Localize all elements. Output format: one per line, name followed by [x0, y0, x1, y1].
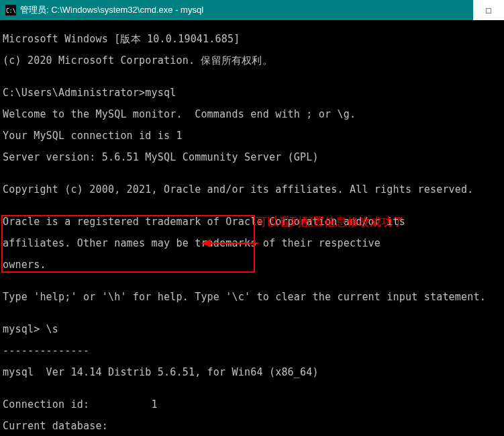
output-line: (c) 2020 Microsoft Corporation. 保留所有权利。	[3, 55, 501, 66]
output-line: Copyright (c) 2000, 2021, Oracle and/or …	[3, 184, 501, 195]
output-line: owners.	[3, 259, 501, 270]
svg-text:C:\: C:\	[6, 8, 16, 14]
cmd-icon: C:\	[5, 5, 16, 15]
output-line: Oracle is a registered trademark of Orac…	[3, 216, 501, 227]
output-line: affiliates. Other names may be trademark…	[3, 238, 501, 249]
status-line: Current database:	[3, 421, 501, 431]
prompt-line: mysql> \s	[3, 324, 501, 335]
output-line: Server version: 5.6.51 MySQL Community S…	[3, 152, 501, 163]
window-title: 管理员: C:\Windows\system32\cmd.exe - mysql	[20, 4, 473, 16]
window-controls: □	[473, 0, 499, 20]
maximize-button[interactable]: □	[473, 0, 504, 20]
status-line: Connection id: 1	[3, 399, 501, 410]
output-line: Your MySQL connection id is 1	[3, 130, 501, 141]
output-line: Welcome to the MySQL monitor. Commands e…	[3, 109, 501, 120]
prompt-line: C:\Users\Administrator>mysql	[3, 87, 501, 98]
output-line: --------------	[3, 345, 501, 356]
window-titlebar: C:\ 管理员: C:\Windows\system32\cmd.exe - m…	[0, 0, 504, 20]
output-line: Type 'help;' or '\h' for help. Type '\c'…	[3, 292, 501, 302]
terminal-output[interactable]: Microsoft Windows [版本 10.0.19041.685] (c…	[0, 20, 504, 436]
output-line: Microsoft Windows [版本 10.0.19041.685]	[3, 34, 501, 44]
output-line: mysql Ver 14.14 Distrib 5.6.51, for Win6…	[3, 367, 501, 378]
